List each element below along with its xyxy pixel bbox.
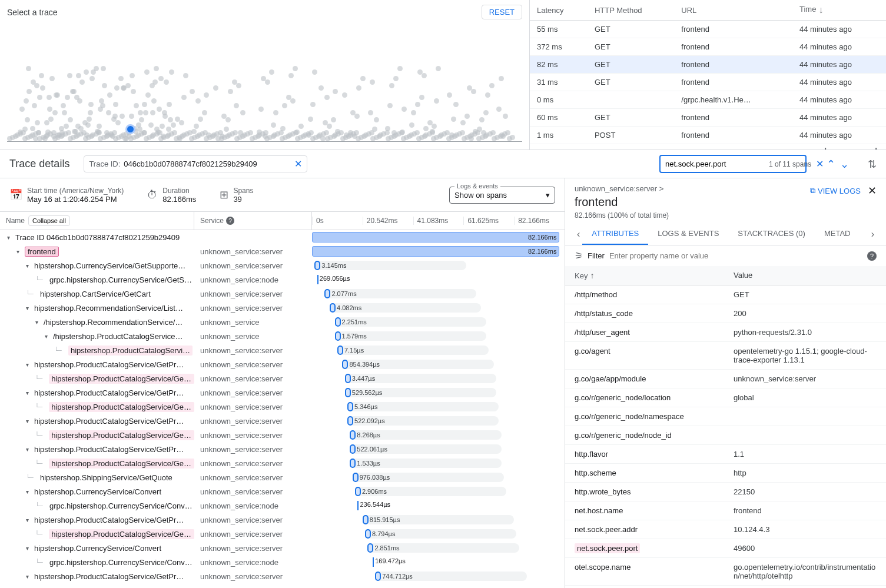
span-row[interactable]: └─hipstershop.ProductCatalogService/Get…… <box>0 371 565 386</box>
span-row[interactable]: └─hipstershop.ProductCatalogService/Get…… <box>0 456 565 470</box>
span-row[interactable]: ▾Trace ID 046cb1b0d07888747cf8021259b294… <box>0 230 565 244</box>
table-row[interactable]: 55 msGETfrontend44 minutes ago <box>530 21 886 38</box>
table-row[interactable]: 60 msGETfrontend44 minutes ago <box>530 109 886 127</box>
next-page-icon[interactable]: ▸ <box>854 148 860 150</box>
chevron-down-icon: └─ <box>26 474 39 481</box>
search-next-icon[interactable]: ⌄ <box>839 157 850 172</box>
column-header[interactable]: Time↓ <box>792 0 886 21</box>
attr-row[interactable]: g.co/agentopentelemetry-go 1.15.1; googl… <box>565 342 886 370</box>
view-logs-button[interactable]: ⧉ VIEW LOGS <box>810 186 861 195</box>
table-row[interactable]: 0 ms/grpc.health.v1.He…44 minutes ago <box>530 91 886 109</box>
attr-row[interactable]: g.co/r/generic_node/locationglobal <box>565 388 886 407</box>
span-service: unknown_service:server <box>194 386 312 400</box>
chevron-down-icon[interactable]: ▾ <box>26 446 33 453</box>
table-row[interactable]: 1 msPOSTfrontend44 minutes ago <box>530 127 886 144</box>
span-search-input[interactable]: 1 of 11 spans ✕ <box>659 155 807 173</box>
attr-row[interactable]: http.wrote_bytes22150 <box>565 483 886 501</box>
span-row[interactable]: └─grpc.hipstershop.CurrencyService/Conv…… <box>0 499 565 513</box>
attr-row[interactable]: net.sock.peer.addr10.124.4.3 <box>565 520 886 539</box>
attr-row[interactable]: net.sock.peer.port49600 <box>565 539 886 558</box>
scatter-chart[interactable] <box>7 24 522 142</box>
chevron-down-icon[interactable]: ▾ <box>26 573 33 580</box>
chevron-down-icon[interactable]: ▾ <box>26 489 33 495</box>
span-row[interactable]: ▾/hipstershop.RecommendationService/…unk… <box>0 315 565 329</box>
close-icon[interactable]: ✕ <box>868 184 877 197</box>
table-row[interactable]: 31 msGETfrontend44 minutes ago <box>530 74 886 91</box>
key-column-header[interactable]: Key <box>575 271 588 280</box>
attr-row[interactable]: g.co/gae/app/moduleunknown_service:serve… <box>565 370 886 388</box>
column-header[interactable]: HTTP Method <box>588 0 674 21</box>
chevron-down-icon[interactable]: ▾ <box>26 305 33 311</box>
chevron-down-icon[interactable]: ▾ <box>7 234 14 241</box>
attr-row[interactable]: /http/user_agentpython-requests/2.31.0 <box>565 323 886 342</box>
chevron-down-icon[interactable]: ▾ <box>26 390 33 396</box>
chevron-down-icon[interactable]: ▾ <box>16 248 24 255</box>
tabs-next-icon[interactable]: › <box>869 229 877 240</box>
span-row[interactable]: ▾hipstershop.CurrencyService/Convertunkn… <box>0 484 565 499</box>
span-row[interactable]: └─hipstershop.CartService/GetCartunknown… <box>0 287 565 301</box>
attr-row[interactable]: /http/status_code200 <box>565 304 886 323</box>
span-row[interactable]: └─hipstershop.ProductCatalogService/Get…… <box>0 400 565 414</box>
span-row[interactable]: ▾hipstershop.ProductCatalogService/GetPr… <box>0 386 565 400</box>
span-row[interactable]: └─hipstershop.ProductCatalogService/Get…… <box>0 428 565 442</box>
filter-input[interactable] <box>609 251 862 260</box>
clear-trace-id-icon[interactable]: ✕ <box>294 158 302 170</box>
last-page-icon[interactable]: ▸⎮ <box>867 148 879 150</box>
span-row[interactable]: └─hipstershop.ProductCatalogServi…unknow… <box>0 343 565 357</box>
chevron-down-icon[interactable]: ▾ <box>26 361 33 368</box>
chevron-down-icon[interactable]: ▾ <box>45 333 52 340</box>
tab[interactable]: ATTRIBUTES <box>582 223 648 245</box>
span-row[interactable]: └─grpc.hipstershop.CurrencyService/Conv…… <box>0 555 565 569</box>
tab[interactable]: STACKTRACES (0) <box>728 223 815 245</box>
attr-key: g.co/r/generic_node/location <box>575 393 671 402</box>
help-icon[interactable]: ? <box>226 217 234 225</box>
chevron-down-icon[interactable]: ▾ <box>26 517 33 523</box>
trace-id-input[interactable]: Trace ID: 046cb1b0d07888747cf8021259b294… <box>84 155 307 172</box>
expand-icon[interactable]: ⇅ <box>868 158 877 171</box>
logs-events-dropdown[interactable]: Logs & events Show on spans ▾ <box>449 187 555 204</box>
span-row[interactable]: ▾hipstershop.RecommendationService/List…… <box>0 301 565 315</box>
span-row[interactable]: ▾hipstershop.CurrencyService/Convertunkn… <box>0 541 565 555</box>
chevron-down-icon: └─ <box>26 290 39 298</box>
attr-row[interactable]: otel.scope.namego.opentelemetry.io/contr… <box>565 558 886 586</box>
span-row[interactable]: └─hipstershop.ProductCatalogService/Get…… <box>0 527 565 541</box>
attr-row[interactable]: http.schemehttp <box>565 464 886 483</box>
reset-button[interactable]: RESET <box>482 5 522 19</box>
attr-row[interactable]: http.flavor1.1 <box>565 445 886 464</box>
span-row[interactable]: ▾hipstershop.CurrencyService/GetSupporte… <box>0 258 565 273</box>
span-row[interactable]: └─grpc.hipstershop.CurrencyService/GetS…… <box>0 273 565 287</box>
chevron-down-icon[interactable]: ▾ <box>35 319 42 325</box>
collapse-all-button[interactable]: Collapse all <box>28 215 70 226</box>
column-header[interactable]: URL <box>674 0 792 21</box>
span-row[interactable]: ▾hipstershop.ProductCatalogService/GetPr… <box>0 513 565 527</box>
chevron-down-icon[interactable]: ▾ <box>26 418 33 424</box>
span-row[interactable]: └─hipstershop.ShippingService/GetQuoteun… <box>0 470 565 484</box>
tabs-prev-icon[interactable]: ‹ <box>575 229 582 240</box>
span-row[interactable]: ▾hipstershop.ProductCatalogService/GetPr… <box>0 414 565 428</box>
span-name: hipstershop.ShippingService/GetQuote <box>40 473 172 482</box>
span-row[interactable]: ▾hipstershop.ProductCatalogService/GetPr… <box>0 357 565 371</box>
search-prev-icon[interactable]: ⌃ <box>825 157 837 172</box>
tab[interactable]: LOGS & EVENTS <box>648 223 728 245</box>
table-row[interactable]: 82 msGETfrontend44 minutes ago <box>530 56 886 74</box>
first-page-icon[interactable]: ⎮◂ <box>822 148 834 150</box>
attr-row[interactable]: net.host.namefrontend <box>565 501 886 520</box>
service-column-header: Service <box>200 217 224 225</box>
filter-help-icon[interactable]: ? <box>867 251 877 261</box>
chevron-down-icon[interactable]: ▾ <box>26 545 33 552</box>
chevron-down-icon[interactable]: ▾ <box>26 263 33 269</box>
span-row[interactable]: ▾frontendunknown_service:server82.166ms <box>0 244 565 258</box>
prev-page-icon[interactable]: ◂ <box>841 148 847 150</box>
attr-row[interactable]: g.co/r/generic_node/namespace <box>565 407 886 426</box>
tab[interactable]: METAD <box>815 223 860 245</box>
table-row[interactable]: 372 msGETfrontend44 minutes ago <box>530 38 886 56</box>
clear-search-icon[interactable]: ✕ <box>816 158 824 170</box>
search-field[interactable] <box>665 160 764 168</box>
column-header[interactable]: Latency <box>530 0 588 21</box>
attr-row[interactable]: g.co/r/generic_node/node_id <box>565 426 886 445</box>
attr-row[interactable]: /http/methodGET <box>565 285 886 304</box>
value-column-header[interactable]: Value <box>734 271 877 280</box>
span-row[interactable]: ▾hipstershop.ProductCatalogService/GetPr… <box>0 569 565 583</box>
span-row[interactable]: ▾/hipstershop.ProductCatalogService…unkn… <box>0 329 565 343</box>
span-row[interactable]: ▾hipstershop.ProductCatalogService/GetPr… <box>0 442 565 456</box>
